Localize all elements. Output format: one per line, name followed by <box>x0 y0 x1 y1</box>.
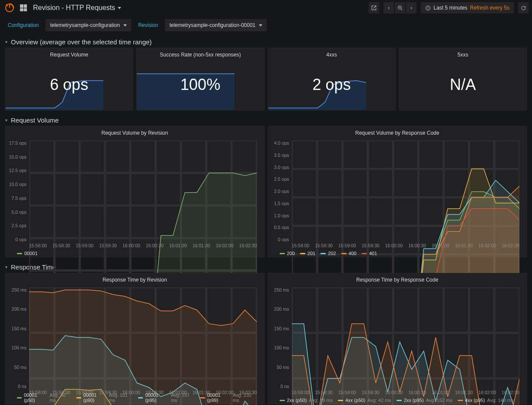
singlestat-value: N/A <box>450 76 476 94</box>
time-back-button[interactable]: ‹ <box>383 2 394 13</box>
panel-title: Success Rate (non-5xx responses) <box>137 48 264 60</box>
time-forward-button[interactable]: › <box>406 2 416 13</box>
clock-icon <box>425 5 431 11</box>
panel-title: 4xxs <box>268 48 395 60</box>
chevron-down-icon: ▾ <box>5 118 7 123</box>
var-config-label: Configuration <box>4 20 42 30</box>
response-time-row: Response Time by Revision250 ms200 ms150… <box>0 273 532 405</box>
panel-title: Request Volume by Response Code <box>268 126 527 138</box>
panel-title: Response Time by Revision <box>6 273 264 285</box>
panel-title: Request Volume by Revision <box>6 126 264 138</box>
zoom-out-icon <box>397 5 403 11</box>
share-button[interactable] <box>369 2 379 13</box>
panel-5xxs[interactable]: 5xxs N/A <box>399 48 527 110</box>
dashboard-title[interactable]: Revision - HTTP Requests <box>33 4 121 12</box>
chevron-right-icon: › <box>410 5 412 11</box>
row-title: Request Volume <box>11 116 59 124</box>
singlestat-value: 100% <box>180 76 220 94</box>
panel-resptime-revision[interactable]: Response Time by Revision250 ms200 ms150… <box>5 273 264 404</box>
chevron-down-icon <box>118 7 121 9</box>
zoom-cluster: ‹ › <box>383 2 416 13</box>
var-revision-value: telemetrysample-configuration-00001 <box>169 22 255 28</box>
zoom-out-button[interactable] <box>395 2 405 13</box>
refresh-icon <box>521 5 526 11</box>
var-revision-label: Revision <box>135 20 162 30</box>
chevron-down-icon <box>259 24 262 27</box>
chevron-left-icon: ‹ <box>388 5 390 11</box>
singlestat-value: 2 ops <box>313 76 351 94</box>
panel-resptime-code[interactable]: Response Time by Response Code250 ms200 … <box>268 273 527 404</box>
chevron-down-icon: ▾ <box>5 40 7 44</box>
chevron-down-icon <box>123 24 127 27</box>
overview-row: Request Volume 6 ops Success Rate (non-5… <box>0 48 532 114</box>
row-header-overview[interactable]: ▾ Overview (average over the selected ti… <box>0 36 532 48</box>
panel-title: 5xxs <box>400 48 526 60</box>
panel-request-volume[interactable]: Request Volume 6 ops <box>5 48 133 110</box>
svg-line-2 <box>401 9 402 10</box>
refresh-interval-text: Refresh every 5s <box>470 5 509 11</box>
panel-success-rate[interactable]: Success Rate (non-5xx responses) 100% <box>136 48 264 110</box>
grafana-logo-icon[interactable] <box>3 2 16 14</box>
refresh-button[interactable] <box>518 2 529 13</box>
dashboard-grid-icon[interactable] <box>20 4 27 11</box>
chevron-down-icon: ▾ <box>5 265 7 269</box>
singlestat-value: 6 ops <box>50 76 88 94</box>
request-volume-row: Request Volume by Revision17.5 ops15.0 o… <box>0 126 532 261</box>
var-config-value: telemetrysample-configuration <box>50 22 120 28</box>
panel-reqvol-revision[interactable]: Request Volume by Revision17.5 ops15.0 o… <box>5 126 264 257</box>
share-icon <box>371 5 377 11</box>
row-title: Overview (average over the selected time… <box>11 38 152 46</box>
var-revision-select[interactable]: telemetrysample-configuration-00001 <box>165 19 267 31</box>
panel-title: Request Volume <box>6 48 132 60</box>
row-header-request-volume[interactable]: ▾ Request Volume <box>0 114 532 126</box>
dashboard-title-text: Revision - HTTP Requests <box>33 4 115 12</box>
variable-row: Configuration telemetrysample-configurat… <box>0 16 532 36</box>
top-bar: Revision - HTTP Requests ‹ › Last 5 minu… <box>0 0 532 16</box>
time-range-text: Last 5 minutes <box>433 5 467 11</box>
panel-reqvol-code[interactable]: Request Volume by Response Code4.0 ops3.… <box>268 126 527 257</box>
panel-title: Response Time by Response Code <box>268 273 527 285</box>
var-config-select[interactable]: telemetrysample-configuration <box>46 19 131 31</box>
panel-4xxs[interactable]: 4xxs 2 ops <box>268 48 396 110</box>
time-range-picker[interactable]: Last 5 minutes Refresh every 5s <box>421 2 514 13</box>
